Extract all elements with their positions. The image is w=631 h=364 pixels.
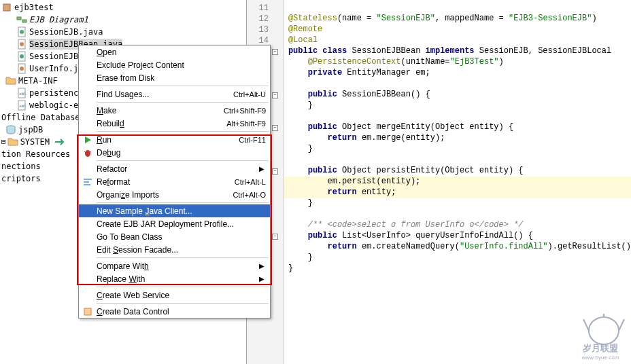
- bug-icon: [80, 148, 95, 158]
- cube-icon: [1, 2, 12, 13]
- reformat-icon: [80, 177, 95, 187]
- gutter-line-11[interactable]: 11: [247, 3, 284, 14]
- menu-replace-with[interactable]: Replace With▶: [79, 272, 270, 285]
- svg-text:xml: xml: [19, 91, 27, 96]
- diagram-icon: [16, 14, 27, 25]
- tree-label: jspDB: [18, 124, 43, 135]
- menu-rebuild[interactable]: RebuildAlt+Shift-F9: [79, 117, 270, 130]
- svg-text:岁月联盟: 岁月联盟: [582, 343, 618, 353]
- tree-label: tion Resources: [1, 149, 70, 160]
- svg-point-6: [20, 42, 24, 46]
- tree-label: weblogic-ej: [29, 100, 83, 111]
- menu-organize-imports[interactable]: Organize ImportsCtrl+Alt-O: [79, 188, 270, 201]
- svg-point-4: [20, 30, 24, 34]
- tree-node-project[interactable]: ejb3test: [1, 1, 246, 14]
- svg-rect-2: [22, 20, 27, 22]
- code-area[interactable]: @Stateless(name = "SessionEJB", mappedNa…: [284, 0, 631, 364]
- menu-edit-session-facade[interactable]: Edit Session Facade...: [79, 243, 270, 256]
- java-file-icon: [16, 26, 27, 37]
- menu-make[interactable]: MakeCtrl+Shift-F9: [79, 104, 270, 117]
- java-file-icon: [16, 51, 27, 62]
- menu-create-data-control[interactable]: Create Data Control: [79, 305, 270, 318]
- tree-label: SessionEJBL: [29, 51, 83, 62]
- svg-point-23: [589, 317, 619, 344]
- tree-label: nections: [1, 161, 41, 172]
- menu-create-ejb-jar[interactable]: Create EJB JAR Deployment Profile...: [79, 217, 270, 230]
- tree-label: EJB Diagram1: [29, 14, 88, 25]
- tree-node[interactable]: EJB Diagram1: [1, 14, 246, 26]
- svg-rect-22: [84, 308, 91, 315]
- tree-label: SYSTEM: [20, 136, 50, 147]
- svg-point-16: [85, 150, 90, 157]
- gutter-line-12[interactable]: 12: [247, 14, 284, 24]
- folder-open-icon: [7, 136, 18, 147]
- tree-node[interactable]: SessionEJB.java: [1, 26, 246, 38]
- menu-refactor[interactable]: Refactor▶: [79, 162, 270, 175]
- svg-rect-21: [84, 184, 90, 185]
- tree-label: META-INF: [18, 75, 58, 86]
- project-tree-panel: ejb3test EJB Diagram1 SessionEJB.java Se…: [0, 0, 247, 364]
- svg-text:www.Syue.com: www.Syue.com: [581, 354, 619, 361]
- svg-rect-1: [17, 17, 21, 20]
- menu-open[interactable]: Open: [79, 46, 270, 58]
- tree-label: SessionEJB.java: [29, 26, 103, 37]
- svg-rect-19: [84, 179, 92, 180]
- tree-label: UserInfo.ja: [29, 63, 83, 74]
- java-file-icon: [16, 63, 27, 74]
- menu-debug[interactable]: Debug: [79, 146, 270, 159]
- run-icon: [80, 135, 95, 145]
- watermark: 岁月联盟 www.Syue.com: [570, 314, 631, 361]
- tree-label: persistence: [29, 88, 83, 98]
- menu-erase[interactable]: Erase from Disk: [79, 71, 270, 84]
- svg-text:xml: xml: [19, 103, 27, 108]
- menu-exclude[interactable]: Exclude Project Content: [79, 58, 270, 71]
- menu-new-sample-client[interactable]: New Sample Java Client...: [79, 204, 270, 217]
- tree-label: Offline Database S: [1, 112, 90, 123]
- menu-reformat[interactable]: ReformatCtrl+Alt-L: [79, 175, 270, 188]
- tree-label: ejb3test: [14, 2, 54, 13]
- code-editor: 1112131415-16171819-202122-23242526-2728…: [247, 0, 631, 364]
- menu-run[interactable]: RunCtrl-F11: [79, 133, 270, 146]
- menu-create-web-service[interactable]: Create Web Service: [79, 289, 270, 302]
- svg-point-10: [20, 67, 24, 71]
- data-control-icon: [80, 307, 95, 316]
- svg-rect-20: [84, 181, 89, 183]
- menu-goto-bean[interactable]: Go To Bean Class: [79, 230, 270, 243]
- java-bean-icon: [16, 39, 27, 50]
- svg-point-8: [20, 54, 24, 58]
- xml-file-icon: xml: [16, 100, 27, 111]
- menu-find-usages[interactable]: Find Usages...Ctrl+Alt-U: [79, 88, 270, 101]
- xml-file-icon: xml: [16, 88, 27, 98]
- tree-label: criptors: [1, 173, 41, 184]
- svg-rect-0: [3, 4, 10, 11]
- arrow-icon: [54, 136, 65, 147]
- db-icon: [5, 124, 16, 135]
- gutter-line-13[interactable]: 13: [247, 24, 284, 35]
- folder-icon: [5, 75, 16, 86]
- context-menu: Open Exclude Project Content Erase from …: [78, 45, 271, 318]
- menu-compare-with[interactable]: Compare With▶: [79, 259, 270, 272]
